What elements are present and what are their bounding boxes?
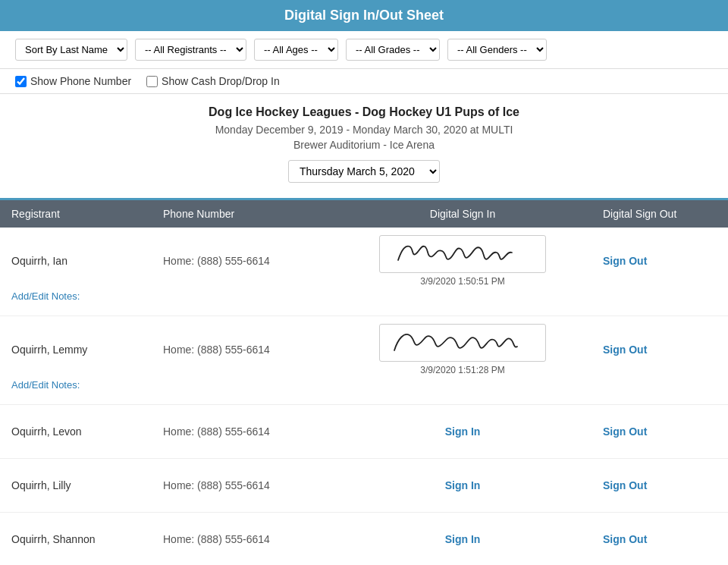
event-title: Dog Ice Hockey Leagues - Dog Hockey U1 P…: [15, 105, 713, 119]
table-header: Registrant Phone Number Digital Sign In …: [0, 200, 728, 228]
header-registrant: Registrant: [11, 208, 163, 220]
sign-in-button[interactable]: Sign In: [445, 479, 481, 491]
age-select[interactable]: -- All Ages --: [254, 39, 338, 61]
registrant-table: Registrant Phone Number Digital Sign In …: [0, 200, 728, 565]
event-info: Dog Ice Hockey Leagues - Dog Hockey U1 P…: [0, 94, 728, 200]
registrant-name: Oquirrh, Levon: [11, 425, 163, 438]
date-select-wrap: Thursday March 5, 2020: [288, 160, 440, 183]
sign-out-button[interactable]: Sign Out: [603, 533, 647, 545]
add-edit-notes-link[interactable]: Add/Edit Notes:: [11, 379, 80, 391]
table-row: Oquirrh, Lilly Home: (888) 555-6614 Sign…: [0, 459, 728, 513]
phone-number: Home: (888) 555-6614: [163, 533, 330, 545]
sign-timestamp: 3/9/2020 1:50:51 PM: [420, 276, 504, 287]
phone-number: Home: (888) 555-6614: [163, 255, 330, 267]
show-cash-text: Show Cash Drop/Drop In: [162, 75, 280, 87]
add-edit-notes-link[interactable]: Add/Edit Notes:: [11, 290, 80, 302]
registrant-name: Oquirrh, Ian: [11, 255, 163, 267]
registrant-name: Oquirrh, Lilly: [11, 479, 163, 491]
sign-out-cell: Sign Out: [595, 533, 717, 545]
row-main-levon: Oquirrh, Levon Home: (888) 555-6614 Sign…: [11, 413, 717, 450]
page-header: Digital Sign In/Out Sheet: [0, 0, 728, 31]
grade-select[interactable]: -- All Grades --: [346, 39, 440, 61]
registrant-name: Oquirrh, Shannon: [11, 533, 163, 545]
header-sign-in: Digital Sign In: [330, 208, 595, 220]
table-row: Oquirrh, Ian Home: (888) 555-6614 3/9/20…: [0, 228, 728, 316]
row-main-lilly: Oquirrh, Lilly Home: (888) 555-6614 Sign…: [11, 466, 717, 504]
show-phone-text: Show Phone Number: [30, 75, 131, 87]
sign-in-cell: 3/9/2020 1:51:28 PM: [330, 324, 595, 375]
sort-select[interactable]: Sort By Last Name Sort By First Name: [15, 39, 127, 61]
show-cash-label[interactable]: Show Cash Drop/Drop In: [146, 75, 280, 87]
sign-out-button[interactable]: Sign Out: [603, 344, 647, 356]
sign-in-button[interactable]: Sign In: [445, 425, 481, 438]
date-select[interactable]: Thursday March 5, 2020: [288, 160, 440, 183]
sign-out-cell: Sign Out: [595, 255, 717, 267]
sign-in-cell: Sign In: [330, 479, 595, 491]
show-phone-label[interactable]: Show Phone Number: [15, 75, 131, 87]
sign-out-button[interactable]: Sign Out: [603, 479, 647, 491]
row-main-shannon: Oquirrh, Shannon Home: (888) 555-6614 Si…: [11, 520, 717, 558]
show-phone-checkbox[interactable]: [15, 76, 27, 87]
options-bar: Show Phone Number Show Cash Drop/Drop In: [0, 69, 728, 94]
page-title: Digital Sign In/Out Sheet: [284, 8, 444, 23]
notes-row: Add/Edit Notes:: [11, 287, 717, 308]
show-cash-checkbox[interactable]: [146, 76, 158, 87]
header-phone: Phone Number: [163, 208, 330, 220]
phone-number: Home: (888) 555-6614: [163, 479, 330, 491]
event-dates: Monday December 9, 2019 - Monday March 3…: [15, 124, 713, 136]
sign-out-cell: Sign Out: [595, 425, 717, 438]
gender-select[interactable]: -- All Genders --: [447, 39, 547, 61]
notes-row: Add/Edit Notes:: [11, 375, 717, 397]
sign-out-button[interactable]: Sign Out: [603, 255, 647, 267]
table-row: Oquirrh, Lemmy Home: (888) 555-6614 3/9/…: [0, 316, 728, 405]
sign-in-cell: Sign In: [330, 533, 595, 545]
sign-out-button[interactable]: Sign Out: [603, 425, 647, 438]
table-row: Oquirrh, Levon Home: (888) 555-6614 Sign…: [0, 405, 728, 459]
row-main-ian: Oquirrh, Ian Home: (888) 555-6614 3/9/20…: [11, 235, 717, 287]
sign-in-button[interactable]: Sign In: [445, 533, 481, 545]
filter-bar: Sort By Last Name Sort By First Name -- …: [0, 31, 728, 69]
row-main-lemmy: Oquirrh, Lemmy Home: (888) 555-6614 3/9/…: [11, 324, 717, 375]
phone-number: Home: (888) 555-6614: [163, 425, 330, 438]
sign-in-cell: 3/9/2020 1:50:51 PM: [330, 235, 595, 287]
sign-out-cell: Sign Out: [595, 479, 717, 491]
header-sign-out: Digital Sign Out: [595, 208, 717, 220]
phone-number: Home: (888) 555-6614: [163, 344, 330, 356]
signature-box: [379, 324, 546, 362]
signature-image: [383, 326, 542, 360]
sign-in-cell: Sign In: [330, 425, 595, 438]
registrant-name: Oquirrh, Lemmy: [11, 344, 163, 356]
sign-timestamp: 3/9/2020 1:51:28 PM: [420, 365, 504, 375]
registrant-select[interactable]: -- All Registrants --: [135, 39, 246, 61]
event-location: Brewer Auditorium - Ice Arena: [15, 139, 713, 151]
table-row: Oquirrh, Shannon Home: (888) 555-6614 Si…: [0, 513, 728, 565]
sign-out-cell: Sign Out: [595, 344, 717, 356]
signature-image: [383, 237, 542, 272]
signature-box: [379, 235, 546, 273]
